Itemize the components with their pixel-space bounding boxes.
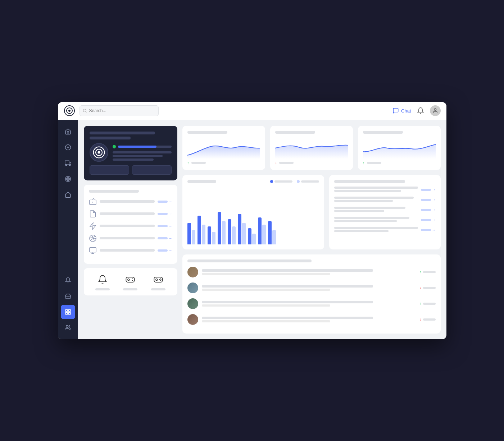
quicklink-control2[interactable] <box>151 273 165 290</box>
activity-text-2 <box>334 197 418 203</box>
arrow-icon-4: → <box>169 236 172 240</box>
activity-link-bar-1 <box>421 189 431 191</box>
activity-line-4a <box>334 217 409 219</box>
activity-link-5[interactable]: → <box>421 228 436 232</box>
notifications-icon[interactable] <box>417 107 424 114</box>
sidebar-item-alerts[interactable] <box>61 273 75 288</box>
bar-b-4 <box>222 221 226 244</box>
activity-line-1a <box>334 187 418 189</box>
activity-link-bar-3 <box>421 209 431 211</box>
service-item-3[interactable]: → <box>89 222 172 230</box>
people-title <box>187 259 312 262</box>
search-input[interactable] <box>89 108 155 113</box>
activity-link-2[interactable]: → <box>421 198 436 202</box>
activity-link-4[interactable]: → <box>421 218 436 222</box>
chat-button[interactable]: Chat <box>392 107 411 114</box>
person-val-bar-3 <box>423 303 436 305</box>
activity-arrow-3: → <box>432 208 436 212</box>
inbox-icon <box>65 293 71 299</box>
topbar: Chat <box>58 102 446 120</box>
arrow-icon-5: → <box>169 248 172 252</box>
bar-a-3 <box>208 226 211 244</box>
status-row <box>113 144 172 149</box>
activity-link-3[interactable]: → <box>421 208 436 212</box>
activity-link-1[interactable]: → <box>421 188 436 192</box>
service-item-4[interactable]: → <box>89 234 172 242</box>
activity-card: → → <box>329 175 441 249</box>
home-icon <box>65 128 71 135</box>
sidebar-item-add[interactable] <box>61 140 75 155</box>
service-link-bar-5 <box>158 249 168 252</box>
svg-point-2 <box>68 110 71 112</box>
person-info-4 <box>202 317 416 322</box>
add-icon <box>65 144 71 151</box>
svg-line-38 <box>160 280 161 281</box>
activity-line-2a <box>334 197 414 199</box>
progress-bar-fill <box>118 146 156 148</box>
service-link-1[interactable]: → <box>158 199 172 203</box>
chart-card <box>182 175 324 249</box>
svg-point-14 <box>66 177 69 180</box>
svg-rect-17 <box>68 309 70 311</box>
service-link-bar-4 <box>158 237 168 239</box>
stat-footer-2: ↓ <box>275 161 348 165</box>
activity-line-1b <box>334 190 401 192</box>
sidebar-item-users[interactable] <box>61 321 75 335</box>
stat-val-bar-3 <box>367 162 381 164</box>
sidebar-item-targets[interactable] <box>61 172 75 186</box>
quicklink-alerts[interactable] <box>95 273 110 290</box>
user-avatar[interactable] <box>430 105 441 116</box>
svg-point-11 <box>65 164 67 166</box>
bar-a-6 <box>238 214 241 244</box>
service-link-4[interactable]: → <box>158 236 172 240</box>
sidebar-item-dashboard[interactable] <box>61 305 75 319</box>
dashboard-icon <box>65 309 71 315</box>
activity-item-5: → <box>334 227 436 233</box>
service-link-2[interactable]: → <box>158 212 172 216</box>
quicklink-control2-label <box>151 288 165 290</box>
bar-b-6 <box>242 223 246 244</box>
service-item-2[interactable]: → <box>89 210 172 218</box>
person-info-3 <box>202 301 416 307</box>
service-item-5[interactable]: → <box>89 247 172 254</box>
person-avatar-4 <box>187 314 198 325</box>
service-item-1[interactable]: → <box>89 198 172 206</box>
svg-rect-16 <box>65 309 67 311</box>
alerts-icon <box>65 277 71 284</box>
person-trend-2: ↓ <box>420 286 436 290</box>
bar-a-1 <box>187 223 191 244</box>
profile-title-placeholder <box>90 132 155 134</box>
sidebar-item-vehicles[interactable] <box>61 156 75 170</box>
activity-arrow-1: → <box>432 188 436 192</box>
quicklink-control2-icon <box>152 273 165 286</box>
svg-rect-18 <box>68 312 70 314</box>
services-title <box>89 190 139 193</box>
service-text-2 <box>100 212 155 215</box>
activity-arrow-5: → <box>432 228 436 232</box>
legend-dot-2 <box>297 180 300 183</box>
people-card: ↑ ↓ <box>182 254 441 334</box>
service-icon-3 <box>89 222 97 230</box>
bar-group-4 <box>218 212 226 244</box>
person-info-2 <box>202 285 416 291</box>
meta-line-3 <box>113 159 154 161</box>
bar-group-1 <box>187 223 195 244</box>
left-panel: → → <box>84 126 177 334</box>
service-link-3[interactable]: → <box>158 224 172 228</box>
person-row-2: ↓ <box>187 282 436 293</box>
sidebar-item-inbox[interactable] <box>61 289 75 303</box>
legend-item-2 <box>297 180 319 183</box>
svg-point-12 <box>69 164 71 166</box>
quicklink-control1[interactable] <box>123 273 137 290</box>
service-link-5[interactable]: → <box>158 248 172 252</box>
app-window: Chat <box>58 102 446 339</box>
sidebar-item-home[interactable] <box>61 124 75 139</box>
person-info-1 <box>202 269 416 275</box>
arrow-icon-2: → <box>169 212 172 216</box>
sidebar-item-garage[interactable] <box>61 188 75 202</box>
person-val-bar-1 <box>423 271 436 273</box>
content-area: → → <box>78 120 446 339</box>
profile-action-btn-2[interactable] <box>132 165 172 175</box>
search-bar[interactable] <box>80 105 159 116</box>
profile-action-btn-1[interactable] <box>90 165 129 175</box>
